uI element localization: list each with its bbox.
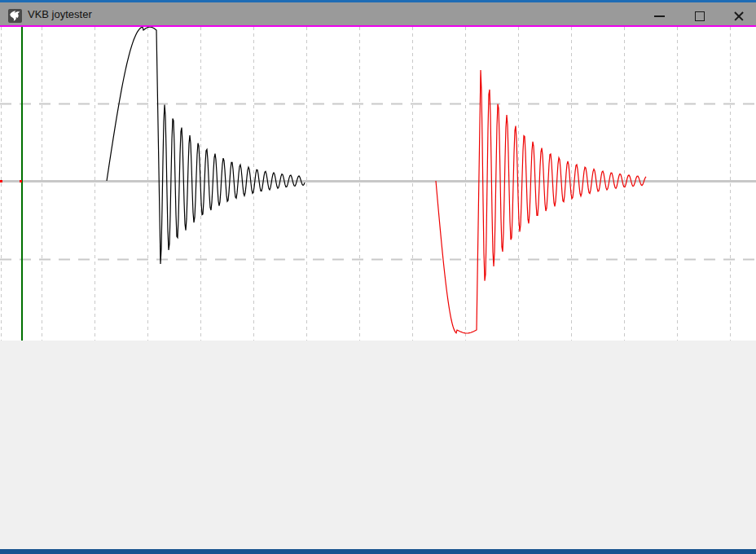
close-icon bbox=[733, 11, 745, 22]
minimize-icon bbox=[654, 15, 665, 17]
close-button[interactable] bbox=[722, 5, 756, 28]
axis-x-trace bbox=[107, 27, 305, 264]
axis-y-trace bbox=[436, 70, 646, 333]
plot-svg bbox=[0, 27, 756, 341]
time-cursor-line bbox=[21, 27, 23, 341]
vkb-bird-icon bbox=[9, 10, 21, 22]
maximize-icon bbox=[695, 11, 705, 21]
window-title: VKB joytester bbox=[28, 8, 92, 20]
app-window: VKB joytester STOP Screenshoot 3 VKBsim … bbox=[0, 0, 756, 554]
center-line bbox=[0, 180, 756, 182]
waveform-plot bbox=[0, 27, 756, 341]
app-icon bbox=[8, 9, 22, 23]
window-bottom-border bbox=[0, 549, 756, 554]
trace-marker bbox=[20, 180, 22, 182]
trace-marker bbox=[0, 180, 2, 182]
maximize-button[interactable] bbox=[681, 5, 719, 28]
titlebar[interactable]: VKB joytester bbox=[0, 2, 756, 25]
minimize-button[interactable] bbox=[640, 5, 678, 28]
control-panel: STOP Screenshoot 3 VKBsim Black Box GF V… bbox=[0, 341, 756, 549]
